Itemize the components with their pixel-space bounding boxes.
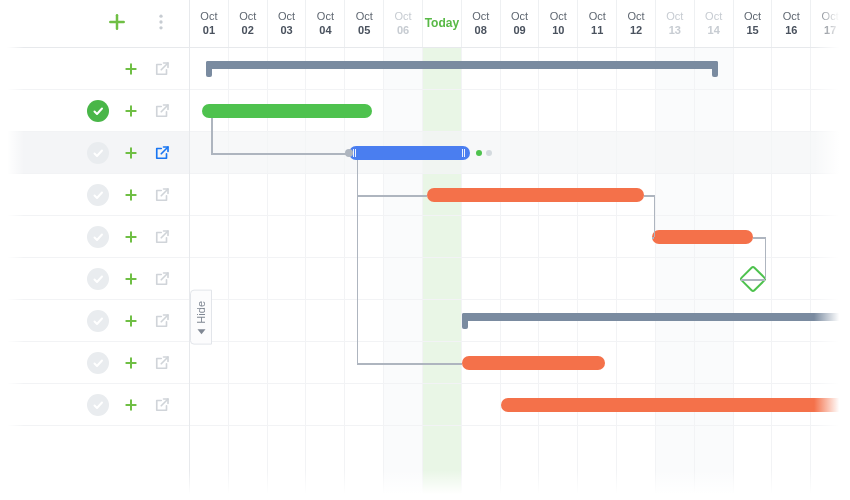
add-subtask-button[interactable]	[123, 355, 139, 371]
check-pending-icon[interactable]	[87, 352, 109, 374]
day-number: 08	[475, 24, 487, 38]
day-month: Oct	[666, 10, 683, 24]
dependency-line	[654, 195, 656, 237]
task-row[interactable]	[0, 216, 189, 258]
triangle-left-icon	[197, 329, 205, 334]
task-bar[interactable]	[202, 104, 373, 118]
more-menu-button[interactable]	[151, 12, 171, 36]
progress-dots	[476, 150, 492, 156]
add-subtask-button[interactable]	[123, 271, 139, 287]
task-list-header	[0, 0, 189, 48]
day-header-12[interactable]: Oct12	[617, 0, 656, 47]
day-number: 16	[785, 24, 797, 38]
task-bar[interactable]	[652, 230, 753, 244]
task-row[interactable]	[0, 300, 189, 342]
day-month: Oct	[783, 10, 800, 24]
add-task-button[interactable]	[107, 12, 127, 36]
open-task-icon[interactable]	[153, 396, 171, 414]
day-month: Oct	[589, 10, 606, 24]
day-header-05[interactable]: Oct05	[345, 0, 384, 47]
resize-handle-left[interactable]	[353, 149, 357, 157]
day-month: Oct	[822, 10, 839, 24]
day-header-07[interactable]: Oct07	[423, 0, 462, 47]
dependency-line	[741, 279, 764, 281]
open-task-icon[interactable]	[153, 312, 171, 330]
task-bar[interactable]	[349, 146, 469, 160]
open-task-icon[interactable]	[153, 228, 171, 246]
check-pending-icon[interactable]	[87, 184, 109, 206]
open-task-icon[interactable]	[153, 144, 171, 162]
open-task-icon[interactable]	[153, 354, 171, 372]
add-subtask-button[interactable]	[123, 61, 139, 77]
day-month: Oct	[200, 10, 217, 24]
check-pending-icon[interactable]	[87, 310, 109, 332]
dependency-line	[753, 237, 765, 239]
day-number: 02	[242, 24, 254, 38]
task-row[interactable]	[0, 48, 189, 90]
task-bar[interactable]	[427, 188, 644, 202]
day-header-16[interactable]: Oct16	[772, 0, 811, 47]
day-number: 06	[397, 24, 409, 38]
hide-sidebar-button[interactable]: Hide	[190, 290, 212, 345]
day-header-17[interactable]: Oct17	[811, 0, 850, 47]
day-header-04[interactable]: Oct04	[306, 0, 345, 47]
open-task-icon[interactable]	[153, 270, 171, 288]
open-task-icon[interactable]	[153, 102, 171, 120]
add-subtask-button[interactable]	[123, 187, 139, 203]
day-header-03[interactable]: Oct03	[268, 0, 307, 47]
day-header-14[interactable]: Oct14	[695, 0, 734, 47]
day-number: 12	[630, 24, 642, 38]
dependency-line	[357, 363, 462, 365]
task-row[interactable]	[0, 342, 189, 384]
day-header-11[interactable]: Oct11	[578, 0, 617, 47]
day-month: Oct	[356, 10, 373, 24]
task-list-column	[0, 0, 190, 500]
task-row[interactable]	[0, 90, 189, 132]
day-month: Oct	[317, 10, 334, 24]
add-subtask-button[interactable]	[123, 229, 139, 245]
task-row[interactable]	[0, 174, 189, 216]
day-header-09[interactable]: Oct09	[501, 0, 540, 47]
check-pending-icon[interactable]	[87, 226, 109, 248]
check-pending-icon[interactable]	[87, 394, 109, 416]
day-number: 09	[513, 24, 525, 38]
day-header-13[interactable]: Oct13	[656, 0, 695, 47]
summary-bar[interactable]	[462, 313, 850, 321]
resize-handle-right[interactable]	[462, 149, 466, 157]
check-done-icon[interactable]	[87, 100, 109, 122]
task-row[interactable]	[0, 384, 189, 426]
add-subtask-button[interactable]	[123, 397, 139, 413]
day-header-10[interactable]: Oct10	[539, 0, 578, 47]
day-month: Oct	[550, 10, 567, 24]
day-header-02[interactable]: Oct02	[229, 0, 268, 47]
add-subtask-button[interactable]	[123, 313, 139, 329]
dependency-line	[357, 160, 359, 195]
svg-point-2	[159, 14, 162, 17]
day-number: 04	[319, 24, 331, 38]
day-header-01[interactable]: Oct01	[190, 0, 229, 47]
task-row[interactable]	[0, 132, 189, 174]
dependency-line	[765, 237, 767, 279]
task-bar[interactable]	[501, 398, 850, 412]
add-subtask-button[interactable]	[123, 103, 139, 119]
task-bar[interactable]	[462, 356, 606, 370]
svg-point-3	[159, 20, 162, 23]
check-pending-icon[interactable]	[87, 268, 109, 290]
day-header-06[interactable]: Oct06	[384, 0, 423, 47]
day-number: 13	[669, 24, 681, 38]
timeline-body[interactable]	[190, 48, 850, 500]
day-header-08[interactable]: Oct08	[462, 0, 501, 47]
dependency-line	[211, 118, 213, 153]
task-row[interactable]	[0, 258, 189, 300]
gantt-chart-layer	[190, 48, 850, 500]
summary-bar[interactable]	[206, 61, 718, 69]
open-task-icon[interactable]	[153, 186, 171, 204]
add-subtask-button[interactable]	[123, 145, 139, 161]
day-header-15[interactable]: Oct15	[734, 0, 773, 47]
check-pending-icon[interactable]	[87, 142, 109, 164]
day-number: 10	[552, 24, 564, 38]
dependency-line	[211, 153, 349, 155]
day-number: 17	[824, 24, 836, 38]
day-number: 15	[746, 24, 758, 38]
open-task-icon[interactable]	[153, 60, 171, 78]
